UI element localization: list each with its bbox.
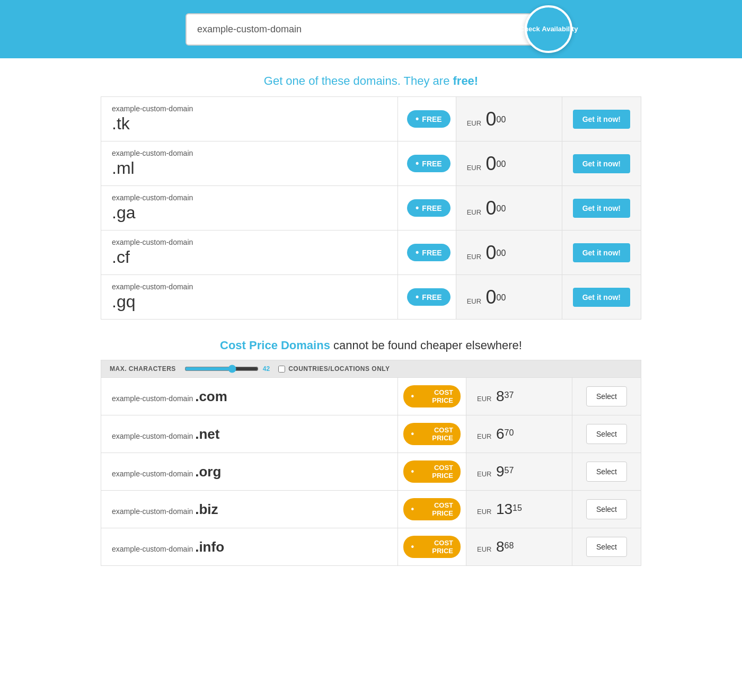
badge-cell: COST PRICE (398, 528, 466, 566)
badge-cell: FREE (398, 97, 456, 141)
price-cell: EUR 000 (456, 275, 562, 320)
domain-name-cell: example-custom-domain .biz (101, 491, 398, 528)
badge-cell: FREE (398, 141, 456, 186)
price-dec: 15 (513, 503, 522, 512)
get-now-button[interactable]: Get it now! (573, 243, 630, 262)
domain-ext: .net (195, 426, 219, 442)
slider-value: 42 (263, 365, 270, 373)
price-main: 0 (486, 153, 497, 174)
free-badge: FREE (407, 244, 450, 261)
price-cell: EUR 000 (456, 231, 562, 275)
select-button[interactable]: Select (586, 499, 627, 519)
badge-cell: COST PRICE (398, 491, 466, 528)
free-badge: FREE (407, 199, 450, 217)
select-button[interactable]: Select (586, 386, 627, 406)
get-now-button[interactable]: Get it now! (573, 199, 630, 218)
domain-ext: .com (195, 388, 227, 404)
domain-prefix: example-custom-domain (112, 238, 387, 246)
price-label: EUR (467, 164, 481, 172)
cost-domain-row: example-custom-domain .com COST PRICE EU… (101, 378, 641, 415)
check-availability-button[interactable]: Check Availability (525, 5, 572, 53)
free-badge: FREE (407, 155, 450, 172)
domain-name-cell: example-custom-domain .cf (101, 231, 398, 275)
domain-ext: .gq (112, 292, 135, 311)
max-chars-slider[interactable] (184, 365, 259, 373)
cost-domain-row: example-custom-domain .net COST PRICE EU… (101, 415, 641, 453)
price-dec: 00 (497, 159, 506, 168)
price-main: 9 (496, 463, 505, 480)
domain-name-cell: example-custom-domain .com (101, 378, 398, 415)
price-cell: EUR 000 (456, 141, 562, 186)
cost-badge: COST PRICE (403, 423, 461, 445)
action-cell: Select (572, 453, 641, 491)
header: Check Availability (0, 0, 742, 58)
action-cell: Select (572, 528, 641, 566)
get-now-button[interactable]: Get it now! (573, 154, 630, 173)
cost-badge: COST PRICE (403, 498, 461, 520)
price-dec: 70 (504, 428, 514, 437)
domain-prefix: example-custom-domain (112, 469, 195, 478)
domain-prefix: example-custom-domain (112, 394, 195, 403)
price-label: EUR (477, 508, 491, 516)
select-button[interactable]: Select (586, 537, 627, 557)
countries-checkbox[interactable] (278, 366, 285, 373)
free-badge: FREE (407, 110, 450, 128)
domain-ext: .info (195, 539, 224, 555)
price-main: 6 (496, 426, 505, 442)
action-cell: Get it now! (562, 231, 641, 275)
price-label: EUR (477, 470, 491, 478)
cost-section-title: Cost Price Domains cannot be found cheap… (101, 339, 641, 352)
countries-filter-label[interactable]: COUNTRIES/LOCATIONS ONLY (278, 365, 390, 373)
badge-cell: FREE (398, 231, 456, 275)
domain-prefix: example-custom-domain (112, 193, 387, 202)
action-cell: Select (572, 378, 641, 415)
domain-prefix: example-custom-domain (112, 432, 195, 440)
free-domain-row: example-custom-domain .gq FREE EUR 000 G… (101, 275, 641, 320)
action-cell: Get it now! (562, 186, 641, 231)
domain-name-cell: example-custom-domain .ml (101, 141, 398, 186)
domain-search-input[interactable] (186, 13, 556, 46)
domain-ext: .ga (112, 203, 135, 222)
price-main: 8 (496, 538, 505, 555)
cost-domains-table: example-custom-domain .com COST PRICE EU… (101, 377, 641, 566)
action-cell: Get it now! (562, 141, 641, 186)
free-domain-row: example-custom-domain .ml FREE EUR 000 G… (101, 141, 641, 186)
get-now-button[interactable]: Get it now! (573, 110, 630, 129)
price-cell: EUR 868 (466, 528, 572, 566)
domain-name-cell: example-custom-domain .ga (101, 186, 398, 231)
free-domains-table: example-custom-domain .tk FREE EUR 000 G… (101, 96, 641, 320)
max-chars-label: MAX. CHARACTERS (110, 365, 176, 373)
price-dec: 00 (497, 293, 506, 302)
select-button[interactable]: Select (586, 424, 627, 444)
domain-name-cell: example-custom-domain .net (101, 415, 398, 453)
domain-prefix: example-custom-domain (112, 104, 387, 113)
price-main: 0 (486, 286, 497, 308)
cost-domain-row: example-custom-domain .org COST PRICE EU… (101, 453, 641, 491)
cost-badge: COST PRICE (403, 536, 461, 558)
free-domain-row: example-custom-domain .tk FREE EUR 000 G… (101, 97, 641, 141)
select-button[interactable]: Select (586, 462, 627, 482)
price-cell: EUR 670 (466, 415, 572, 453)
badge-cell: COST PRICE (398, 415, 466, 453)
domain-ext: .ml (112, 158, 135, 178)
badge-cell: FREE (398, 186, 456, 231)
price-dec: 00 (497, 203, 506, 212)
domain-prefix: example-custom-domain (112, 149, 387, 157)
domain-name-cell: example-custom-domain .org (101, 453, 398, 491)
main-content: Get one of these domains. They are free!… (90, 58, 652, 601)
price-cell: EUR 000 (456, 97, 562, 141)
free-section-title: Get one of these domains. They are free! (101, 74, 641, 88)
domain-ext: .tk (112, 114, 130, 133)
slider-container: 42 (184, 365, 270, 373)
price-dec: 00 (497, 114, 506, 123)
badge-cell: FREE (398, 275, 456, 320)
price-cell: EUR 957 (466, 453, 572, 491)
get-now-button[interactable]: Get it now! (573, 288, 630, 307)
domain-ext: .biz (195, 501, 218, 517)
price-dec: 37 (504, 391, 514, 400)
price-label: EUR (467, 253, 481, 261)
cost-domain-row: example-custom-domain .biz COST PRICE EU… (101, 491, 641, 528)
domain-prefix: example-custom-domain (112, 507, 195, 516)
action-cell: Select (572, 491, 641, 528)
cost-domain-row: example-custom-domain .info COST PRICE E… (101, 528, 641, 566)
